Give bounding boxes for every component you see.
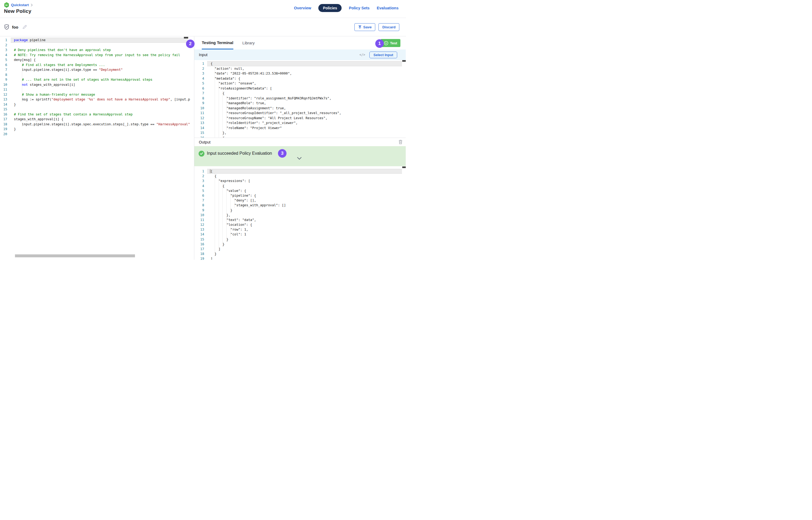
code-line: 5deny[msg] { (0, 57, 194, 62)
page-title: New Policy (4, 8, 31, 14)
code-line: 9 "managedRole": true, (194, 101, 406, 106)
code-line: 16# Find the set of stages that contain … (0, 112, 194, 117)
code-line: 4 { (194, 184, 406, 188)
harness-logo-icon: ∞ (4, 2, 9, 8)
new-policy-page: ∞ Quickstart New Policy Overview Policie… (0, 0, 406, 260)
output-section-header: Output (194, 138, 406, 146)
pencil-icon (22, 25, 27, 29)
trash-icon (399, 140, 403, 144)
code-line: 13 msg := sprintf("deployment stage '%s'… (0, 97, 194, 102)
code-line: 10 }, (194, 213, 406, 217)
code-line: 10 "managedRoleAssignment": true, (194, 106, 406, 111)
input-json-pane: 1{2 "action": null,3 "date": "2022-05-05… (194, 60, 406, 138)
page-header: ∞ Quickstart New Policy Overview Policie… (0, 0, 406, 18)
code-line: 15 } (194, 237, 406, 242)
code-line: 13 "row": 1, (194, 227, 406, 232)
chevron-right-icon (30, 3, 33, 7)
code-line: 12 # Show a human-friendly error message (0, 92, 194, 97)
terminal-tabs: Testing Terminal Library Test (194, 36, 406, 49)
code-line: 19} (0, 127, 194, 132)
success-message: Input succeeded Policy Evaluation (207, 151, 272, 156)
code-line: 6 "roleAssignmentMetadata": [ (194, 86, 406, 91)
code-line: 7 "deny": [], (194, 198, 406, 203)
code-line: 12 "location": { (194, 222, 406, 227)
code-line: 12 "resourceGroupName": "All Project Lev… (194, 116, 406, 121)
module-nav: Overview Policies Policy Sets Evaluation… (294, 4, 399, 12)
testing-terminal-pane: Testing Terminal Library Test Input </> … (194, 36, 406, 260)
select-input-button[interactable]: Select Input (370, 52, 397, 58)
breadcrumb-project-link[interactable]: Quickstart (11, 3, 29, 7)
editor-workspace: 1package pipeline23# Deny pipelines that… (0, 36, 406, 260)
code-line: 20 (0, 132, 194, 137)
annotation-badge-1: 1 (375, 39, 384, 48)
code-line: 14 "col": 1 (194, 232, 406, 237)
code-line: 3 "expressions": [ (194, 179, 406, 183)
code-line: 10 not stages_with_approval[i] (0, 82, 194, 87)
code-line: 11 (0, 87, 194, 92)
tab-evaluations[interactable]: Evaluations (377, 6, 399, 10)
code-line: 16 } (194, 242, 406, 246)
tab-library[interactable]: Library (243, 36, 255, 49)
clear-output-button[interactable] (399, 140, 403, 144)
scrollbar-thumb[interactable] (184, 37, 188, 38)
code-line: 4 "metadata": { (194, 76, 406, 81)
output-json-editor[interactable]: 1[2 {3 "expressions": [4 {5 "value": {6 … (194, 169, 406, 260)
save-button[interactable]: Save (354, 23, 376, 31)
evaluation-success-banner: Input succeeded Policy Evaluation 3 (194, 146, 406, 166)
code-line: 14 "roleName": "Project Viewer" (194, 126, 406, 131)
code-line: 5 "value": { (194, 188, 406, 193)
tab-policy-sets[interactable]: Policy Sets (349, 6, 370, 10)
code-line: 15 (0, 107, 194, 112)
code-view-icon[interactable]: </> (359, 53, 365, 57)
policy-toolbar: foo Save Discard (0, 18, 406, 36)
scrollbar-thumb[interactable] (402, 166, 406, 168)
code-line: 3 "date": "2022-05-05T20:41:23.538+0000"… (194, 71, 406, 76)
code-line: 11 "text": "data", (194, 217, 406, 222)
input-json-editor[interactable]: 1{2 "action": null,3 "date": "2022-05-05… (194, 61, 406, 138)
success-check-icon (199, 151, 204, 157)
tab-policies[interactable]: Policies (318, 4, 341, 12)
upload-icon (358, 25, 362, 29)
code-line: 8 "stages_with_approval": [] (194, 203, 406, 208)
input-section-header: Input </> Select Input (194, 49, 406, 60)
code-line: 14} (0, 102, 194, 107)
tab-overview[interactable]: Overview (294, 6, 311, 10)
input-title: Input (199, 53, 207, 57)
code-line: 8 (0, 72, 194, 77)
code-line: 17 ] (194, 246, 406, 252)
code-line: 2 { (194, 174, 406, 179)
code-line: 13 "roleIdentifier": "_project_viewer", (194, 121, 406, 126)
policy-name: foo (12, 25, 18, 29)
policy-code-editor[interactable]: 1package pipeline23# Deny pipelines that… (0, 36, 194, 136)
code-line: 8 "identifier": "role_assignment_NsFQM43… (194, 96, 406, 101)
output-json-pane: 1[2 {3 "expressions": [4 {5 "value": {6 … (194, 166, 406, 260)
code-line: 15 }, (194, 130, 406, 135)
shield-check-icon (4, 24, 9, 30)
output-title: Output (199, 140, 211, 144)
code-line: 7 { (194, 91, 406, 96)
discard-button[interactable]: Discard (378, 23, 399, 31)
code-line: 6 # Find all stages that are Deployments… (0, 62, 194, 68)
horizontal-scrollbar[interactable] (15, 254, 135, 257)
tab-testing-terminal[interactable]: Testing Terminal (202, 36, 233, 49)
policy-code-pane: 1package pipeline23# Deny pipelines that… (0, 36, 194, 260)
code-line: 19] (194, 256, 406, 260)
scrollbar-thumb[interactable] (402, 60, 406, 62)
code-line: 18 } (194, 252, 406, 256)
code-line: 3# Deny pipelines that don't have an app… (0, 48, 194, 53)
annotation-badge-3: 3 (278, 149, 286, 158)
code-line: 16 { (194, 135, 406, 138)
annotation-badge-2: 2 (186, 40, 195, 48)
edit-name-button[interactable] (22, 25, 27, 29)
play-circle-icon (384, 41, 388, 46)
breadcrumb: ∞ Quickstart (4, 2, 33, 8)
code-line: 7 input.pipeline.stages[i].stage.type ==… (0, 67, 194, 72)
code-line: 2 "action": null, (194, 66, 406, 71)
code-line: 1{ (194, 61, 406, 66)
code-line: 4# NOTE: Try removing the HarnessApprova… (0, 53, 194, 58)
chevron-down-icon[interactable] (297, 157, 302, 160)
code-line: 9 # ... that are not in the set of stage… (0, 77, 194, 82)
code-line: 1package pipeline (0, 38, 194, 43)
code-line: 17stages_with_approval[i] { (0, 117, 194, 122)
code-line: 2 (0, 43, 194, 48)
